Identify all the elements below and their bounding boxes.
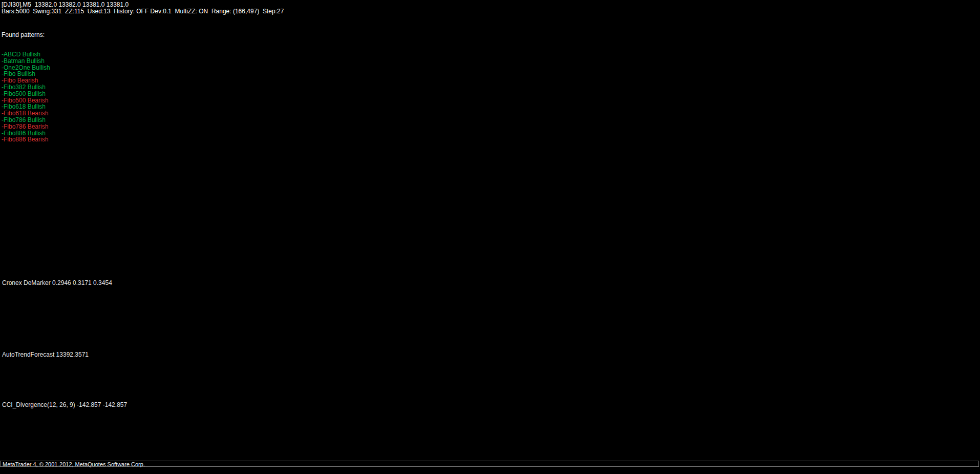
symbol-ohlc-line: [DJI30],M5 13382.0 13382.0 13381.0 13381… bbox=[2, 1, 129, 8]
pattern-item: -Fibo786 Bearish bbox=[2, 123, 50, 130]
atf-pane-title: AutoTrendForecast 13392.3571 bbox=[2, 351, 89, 358]
status-bar: MetaTrader 4, © 2001-2012, MetaQuotes So… bbox=[0, 461, 979, 467]
time-axis[interactable] bbox=[0, 467, 980, 474]
pattern-item: -Fibo886 Bearish bbox=[2, 136, 50, 143]
pattern-item: -Batman Bullish bbox=[2, 58, 50, 65]
pattern-item: -Fibo786 Bullish bbox=[2, 117, 50, 123]
price-axis[interactable] bbox=[941, 0, 980, 460]
demarker-pane-title: Cronex DeMarker 0.2946 0.3171 0.3454 bbox=[2, 279, 112, 286]
pattern-item: -Fibo382 Bullish bbox=[2, 84, 50, 91]
indicator-info-line: Bars:5000 Swing:331 ZZ:115 Used:13 Histo… bbox=[2, 8, 284, 15]
mt4-window: [DJI30],M5 13382.0 13382.0 13381.0 13381… bbox=[0, 0, 980, 474]
found-patterns-list: Found patterns: -ABCD Bullish-Batman Bul… bbox=[2, 18, 50, 156]
found-patterns-header: Found patterns: bbox=[2, 32, 50, 38]
cci-pane-title: CCI_Divergence(12, 26, 9) -142.857 -142.… bbox=[2, 401, 127, 408]
chart-canvas[interactable] bbox=[0, 0, 980, 474]
pattern-item: -ABCD Bullish bbox=[2, 51, 50, 58]
pattern-item: -Fibo500 Bullish bbox=[2, 91, 50, 97]
